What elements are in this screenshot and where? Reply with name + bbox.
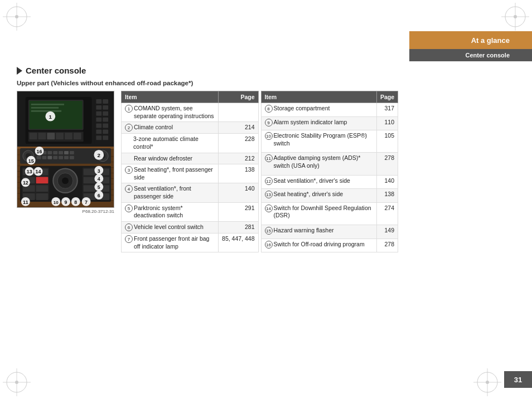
svg-point-7 (514, 15, 517, 18)
image-caption: P68.20-3712-31 (17, 209, 114, 214)
page-cell: 110 (376, 116, 398, 130)
svg-point-11 (15, 381, 18, 384)
row-number: 8 (265, 105, 273, 113)
table-row: 13Seat heating*, driver's side138 (261, 189, 398, 203)
section-heading: Center console (17, 66, 398, 75)
svg-rect-70 (59, 156, 63, 159)
item-text: Climate control (134, 124, 173, 132)
svg-text:2: 2 (98, 152, 101, 158)
item-text: Parktronic system* deactivation switch (134, 205, 215, 220)
table-row: 12Seat ventilation*, driver's side140 (261, 175, 398, 189)
svg-text:7: 7 (85, 199, 88, 205)
svg-rect-44 (96, 105, 101, 110)
svg-rect-66 (37, 156, 41, 159)
corner-decoration-bl (3, 368, 31, 396)
svg-rect-45 (103, 105, 108, 110)
svg-text:6: 6 (98, 193, 100, 198)
row-number: 7 (125, 235, 133, 243)
table-row: 5Parktronic system* deactivation switch2… (122, 202, 259, 221)
item-text: Seat ventilation*, front passenger side (134, 185, 215, 200)
table-row: 6Vehicle level control switch281 (122, 222, 259, 233)
svg-rect-36 (38, 133, 46, 139)
table-row: Rear window defroster212 (122, 153, 259, 164)
svg-rect-47 (103, 111, 108, 116)
row-number: 6 (125, 223, 133, 231)
table-row: 14Switch for Downhill Speed Regulation (… (261, 202, 398, 225)
left-page-header: Page (219, 91, 258, 103)
svg-rect-49 (103, 118, 108, 122)
svg-rect-51 (103, 124, 108, 128)
row-number: 10 (265, 132, 273, 140)
svg-point-15 (486, 381, 489, 384)
page-cell: 214 (219, 122, 258, 134)
svg-rect-35 (30, 133, 37, 139)
svg-text:1: 1 (49, 114, 52, 120)
page-cell: 278 (376, 153, 398, 175)
item-cell: 8Storage compartment (261, 103, 376, 117)
table-row: 16Switch for Off-road driving program278 (261, 239, 398, 252)
svg-rect-50 (96, 124, 101, 128)
svg-rect-71 (64, 156, 69, 159)
page-cell: 140 (376, 175, 398, 189)
table-row: 3-zone automatic climate control*228 (122, 134, 259, 153)
item-cell: 5Parktronic system* deactivation switch (122, 202, 219, 221)
svg-rect-69 (53, 156, 57, 159)
item-cell: 3-zone automatic climate control* (122, 134, 219, 153)
page-number-box: 31 (504, 371, 532, 388)
table-row: 3Seat heating*, front passenger side138 (122, 164, 259, 183)
item-cell: 6Vehicle level control switch (122, 222, 219, 233)
item-text: Switch for Off-road driving program (274, 241, 365, 249)
item-text: Seat heating*, driver's side (274, 191, 344, 198)
corner-decoration-br (473, 368, 501, 396)
item-cell: 16Switch for Off-road driving program (261, 239, 376, 252)
item-cell: 10Electronic Stability Program (ESP®) sw… (261, 130, 376, 153)
row-number: 16 (265, 241, 273, 249)
corner-decoration-tr (501, 3, 529, 31)
svg-rect-55 (103, 135, 108, 140)
page-cell: 105 (376, 130, 398, 153)
svg-text:4: 4 (98, 176, 100, 182)
svg-rect-63 (59, 151, 63, 154)
page-cell: 138 (219, 164, 258, 183)
item-text: Adaptive damping system (ADS)* switch (U… (274, 154, 373, 169)
item-cell: 2Climate control (122, 122, 219, 134)
svg-rect-38 (56, 133, 64, 139)
item-text: COMAND system, see separate operating in… (134, 105, 215, 120)
svg-rect-86 (84, 169, 96, 176)
page-cell: 228 (219, 134, 258, 153)
svg-rect-46 (96, 111, 101, 116)
svg-rect-33 (31, 110, 61, 112)
section-label-bar: Center console (409, 49, 532, 61)
svg-text:9: 9 (65, 199, 67, 205)
table-row: 9Alarm system indicator lamp110 (261, 116, 398, 130)
page-cell: 317 (376, 103, 398, 117)
table-row: 15Hazard warning flasher149 (261, 225, 398, 239)
item-cell: Rear window defroster (122, 153, 219, 164)
row-number: 15 (265, 227, 273, 235)
page-cell: 149 (376, 225, 398, 239)
item-text: Hazard warning flasher (274, 227, 334, 235)
page-cell: 138 (376, 189, 398, 203)
page-cell: 85, 447, 448 (219, 233, 258, 252)
item-text: Seat heating*, front passenger side (134, 166, 215, 181)
item-cell: 9Alarm system indicator lamp (261, 116, 376, 130)
item-cell: 11Adaptive damping system (ADS)* switch … (261, 153, 376, 175)
item-text: Front passenger front air bag off indica… (134, 235, 215, 250)
table-row: 1COMAND system, see separate operating i… (122, 103, 259, 122)
item-cell: 12Seat ventilation*, driver's side (261, 175, 376, 189)
table-row: 7Front passenger front air bag off indic… (122, 233, 259, 252)
page-number: 31 (514, 376, 522, 384)
section-label: Center console (466, 52, 510, 59)
row-number: 4 (125, 185, 133, 193)
item-text: 3-zone automatic climate control* (133, 135, 215, 150)
right-item-header: Item (261, 91, 376, 103)
table-row: 8Storage compartment317 (261, 103, 398, 117)
svg-rect-65 (70, 151, 74, 154)
item-cell: 3Seat heating*, front passenger side (122, 164, 219, 183)
svg-rect-42 (96, 99, 101, 104)
svg-point-96 (62, 177, 69, 184)
left-table: Item Page 1COMAND system, see separate o… (121, 91, 259, 252)
item-text: Vehicle level control switch (134, 223, 204, 231)
item-cell: 7Front passenger front air bag off indic… (122, 233, 219, 252)
svg-rect-88 (84, 177, 96, 183)
